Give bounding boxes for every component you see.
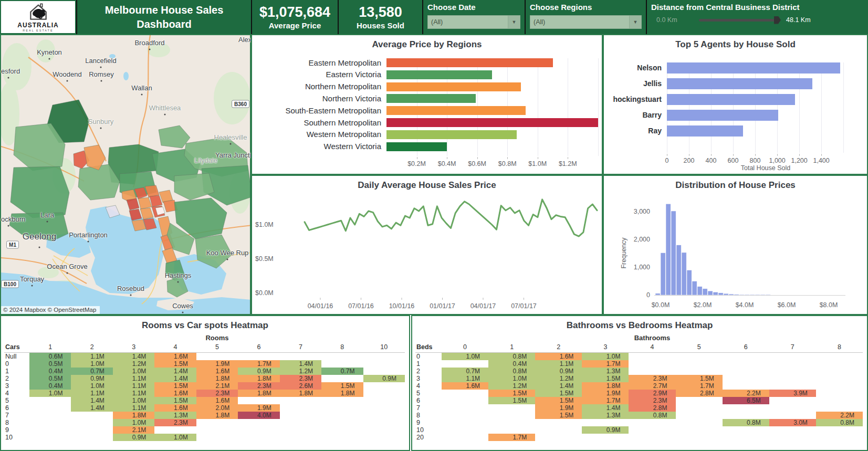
heatmap-cell[interactable]: 1.5M: [582, 375, 629, 382]
heatmap-cell[interactable]: 1.4M: [71, 404, 112, 412]
heatmap-cell[interactable]: 1.6M: [442, 382, 488, 390]
heatmap-cell[interactable]: 1.5M: [488, 390, 535, 397]
histogram-bar[interactable]: [760, 295, 765, 295]
heatmap-cell[interactable]: 0.5M: [29, 375, 71, 382]
heatmap-cell[interactable]: 2.2M: [723, 390, 769, 397]
histogram-bar[interactable]: [692, 281, 697, 296]
distance-slider-track[interactable]: [699, 19, 779, 22]
heatmap-cell[interactable]: 1.7M: [582, 360, 629, 368]
histogram-bar[interactable]: [661, 253, 665, 295]
heatmap-cell[interactable]: 1.4M: [280, 360, 321, 368]
heatmap-cell[interactable]: 0.7M: [442, 368, 488, 375]
histogram-bar[interactable]: [739, 295, 744, 295]
heatmap-cell[interactable]: 1.4M: [582, 404, 629, 412]
heatmap-cell[interactable]: 2.0M: [196, 404, 238, 412]
heatmap-cell[interactable]: 0.4M: [29, 368, 71, 375]
heatmap-cell[interactable]: 1.0M: [582, 353, 629, 360]
heatmap-cell[interactable]: 1.1M: [113, 404, 154, 412]
histogram-bar[interactable]: [687, 270, 692, 295]
heatmap-cell[interactable]: 0.4M: [29, 382, 71, 390]
heatmap-cell[interactable]: 1.2M: [488, 382, 535, 390]
heatmap-cell[interactable]: 1.6M: [154, 390, 196, 397]
heatmap-cell[interactable]: 4.0M: [238, 412, 279, 419]
heatmap-cell[interactable]: 1.3M: [582, 368, 629, 375]
heatmap-cell[interactable]: 1.0M: [71, 382, 112, 390]
bar[interactable]: [386, 94, 476, 103]
heatmap-cell[interactable]: 1.1M: [113, 390, 154, 397]
histogram-bar[interactable]: [703, 289, 707, 295]
histogram-bar[interactable]: [713, 292, 718, 295]
heatmap-cell[interactable]: 1.8M: [196, 412, 238, 419]
heatmap-cell[interactable]: 1.5M: [321, 382, 363, 390]
heatmap-cell[interactable]: 1.2M: [113, 360, 154, 368]
heatmap-cell[interactable]: 0.8M: [816, 419, 863, 426]
heatmap-cell[interactable]: 1.1M: [535, 360, 582, 368]
chevron-down-icon[interactable]: ▼: [629, 16, 641, 28]
heatmap-cell[interactable]: 0.9M: [582, 426, 629, 434]
line-plot[interactable]: $0.0M$0.5M$1.0M04/01/1607/01/1610/01/160…: [252, 176, 602, 314]
histogram-bar[interactable]: [724, 293, 728, 295]
heatmap-cell[interactable]: 1.8M: [238, 375, 279, 382]
heatmap-cell[interactable]: 1.7M: [488, 434, 535, 441]
heatmap-cell[interactable]: 0.7M: [71, 368, 112, 375]
histogram-bar[interactable]: [655, 293, 660, 295]
heatmap-cell[interactable]: 2.6M: [280, 382, 321, 390]
histogram-bar[interactable]: [745, 295, 749, 295]
bar[interactable]: [667, 62, 840, 74]
heatmap-cell[interactable]: 2.1M: [113, 426, 154, 434]
heatmap-cell[interactable]: 2.3M: [280, 375, 321, 382]
map-panel[interactable]: AlexaBroadfordKynetonLancefieldesfordWoo…: [0, 34, 251, 315]
heatmap-cell[interactable]: 1.7M: [238, 360, 279, 368]
melbourne-choropleth-map[interactable]: [1, 35, 250, 314]
heatmap-cell[interactable]: 1.9M: [196, 360, 238, 368]
distance-slider-handle[interactable]: [774, 16, 781, 24]
heatmap-cell[interactable]: 1.9M: [582, 390, 629, 397]
heatmap-cell[interactable]: 1.4M: [154, 368, 196, 375]
histogram-bar[interactable]: [671, 211, 676, 295]
heatmap-cell[interactable]: 0.5M: [29, 360, 71, 368]
heatmap-cell[interactable]: 1.3M: [154, 412, 196, 419]
heatmap-cell[interactable]: 1.7M: [582, 397, 629, 404]
heatmap-cell[interactable]: 1.8M: [238, 390, 279, 397]
heatmap-cell[interactable]: 2.7M: [629, 382, 675, 390]
heatmap-cell[interactable]: 1.0M: [29, 390, 71, 397]
heatmap-cell[interactable]: 1.4M: [154, 375, 196, 382]
bar[interactable]: [386, 82, 521, 91]
heatmap-cell[interactable]: 2.3M: [154, 419, 196, 426]
heatmap-cell[interactable]: 1.6M: [154, 404, 196, 412]
heatmap-cell[interactable]: 0.8M: [629, 412, 675, 419]
heatmap-cell[interactable]: 0.8M: [723, 419, 769, 426]
heatmap-cell[interactable]: 1.5M: [535, 412, 582, 419]
heatmap-cell[interactable]: 1.5M: [676, 375, 723, 382]
bar[interactable]: [667, 78, 812, 89]
bar[interactable]: [386, 118, 598, 127]
heatmap-cell[interactable]: 1.8M: [196, 375, 238, 382]
histogram-bar[interactable]: [734, 295, 739, 295]
bar[interactable]: [386, 142, 447, 151]
heatmap-cell[interactable]: 1.9M: [535, 404, 582, 412]
heatmap-cell[interactable]: 1.2M: [535, 375, 582, 382]
bar[interactable]: [386, 58, 553, 67]
heatmap-cell[interactable]: 1.0M: [71, 360, 112, 368]
histogram-bar[interactable]: [755, 295, 760, 295]
heatmap-cell[interactable]: 1.4M: [535, 382, 582, 390]
histogram-plot[interactable]: 01,0002,0003,000$0.0M$2.0M$4.0M$6.0M$8.0…: [604, 176, 867, 314]
heatmap-cell[interactable]: 1.3M: [582, 412, 629, 419]
heatmap-cell[interactable]: 0.4M: [488, 360, 535, 368]
heatmap-cell[interactable]: 2.3M: [629, 375, 675, 382]
heatmap-cell[interactable]: 1.6M: [535, 353, 582, 360]
heatmap-cell[interactable]: 2.3M: [196, 390, 238, 397]
heatmap-cell[interactable]: 3.9M: [769, 390, 816, 397]
chevron-down-icon[interactable]: ▼: [508, 16, 520, 28]
heatmap-cell[interactable]: 0.8M: [488, 368, 535, 375]
heatmap-cell[interactable]: 1.5M: [154, 397, 196, 404]
bar[interactable]: [667, 125, 743, 137]
heatmap-cell[interactable]: 1.8M: [113, 412, 154, 419]
heatmap-cell[interactable]: 1.5M: [154, 382, 196, 390]
heatmap-cell[interactable]: 1.6M: [196, 397, 238, 404]
heatmap-cell[interactable]: 0.9M: [363, 375, 405, 382]
heatmap-cell[interactable]: 1.1M: [71, 353, 112, 360]
heatmap-cell[interactable]: 1.6M: [154, 353, 196, 360]
heatmap-cell[interactable]: 1.0M: [113, 419, 154, 426]
heatmap-cell[interactable]: 2.8M: [676, 390, 723, 397]
